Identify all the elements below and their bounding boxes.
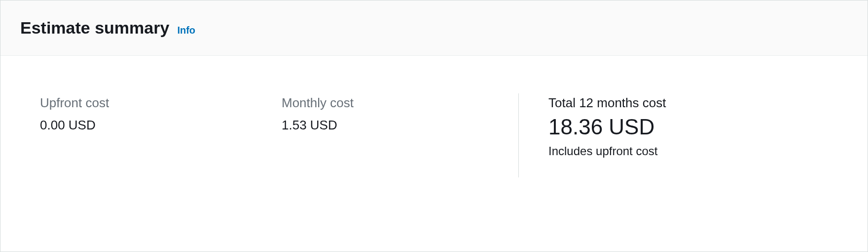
total-cost-label: Total 12 months cost [548, 95, 666, 111]
monthly-cost-value: 1.53 USD [282, 118, 494, 133]
upfront-cost-block: Upfront cost 0.00 USD [40, 95, 282, 133]
monthly-cost-label: Monthly cost [282, 95, 494, 111]
panel-header: Estimate summary Info [0, 0, 868, 56]
upfront-cost-label: Upfront cost [40, 95, 282, 111]
vertical-divider [518, 93, 519, 177]
panel-title: Estimate summary [20, 18, 169, 38]
panel-content: Upfront cost 0.00 USD Monthly cost 1.53 … [0, 56, 868, 252]
total-cost-block: Total 12 months cost 18.36 USD Includes … [548, 95, 666, 158]
total-cost-note: Includes upfront cost [548, 144, 666, 158]
upfront-cost-value: 0.00 USD [40, 118, 282, 133]
info-link[interactable]: Info [177, 25, 195, 36]
monthly-cost-block: Monthly cost 1.53 USD [282, 95, 494, 133]
total-cost-value: 18.36 USD [548, 115, 666, 139]
estimate-summary-panel: Estimate summary Info Upfront cost 0.00 … [0, 0, 868, 252]
